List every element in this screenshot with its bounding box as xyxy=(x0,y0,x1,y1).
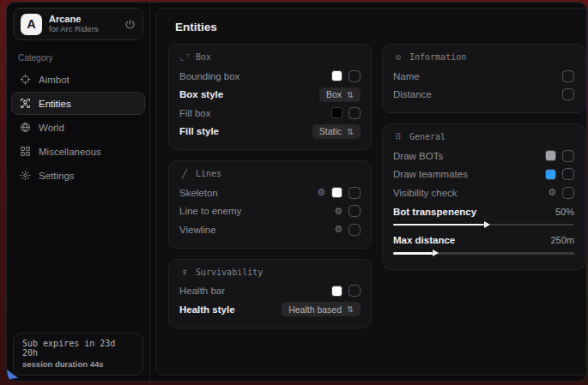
gear-icon[interactable]: ⚙ xyxy=(334,225,342,234)
slider-thumb[interactable] xyxy=(484,221,490,228)
category-label: Category xyxy=(18,53,149,63)
section-title: Lines xyxy=(196,169,221,178)
setting-row-distance: Distance xyxy=(393,86,574,105)
setting-row-skeleton: Skeleton ⚙ xyxy=(179,183,361,202)
brackets-icon: ⌞⌝ xyxy=(179,52,190,62)
info-icon: ⊙ xyxy=(393,52,403,62)
slider-thumb[interactable] xyxy=(433,250,439,256)
color-swatch[interactable] xyxy=(331,70,342,81)
brand-title: Arcane xyxy=(49,14,118,25)
setting-row-fill-style: Fill style Static ⇅ xyxy=(179,123,361,141)
sidebar-item-label: Aimbot xyxy=(39,75,70,85)
globe-icon xyxy=(19,122,31,133)
power-icon[interactable] xyxy=(124,19,136,30)
sidebar-item-miscellaneous[interactable]: Miscellaneous xyxy=(11,140,145,163)
setting-row-name: Name xyxy=(393,67,574,86)
setting-label: Draw teammates xyxy=(393,169,468,179)
color-swatch[interactable] xyxy=(545,150,556,161)
updown-arrows-icon: ⇅ xyxy=(347,90,354,99)
checkbox[interactable] xyxy=(349,187,361,199)
slider-value: 250m xyxy=(550,235,574,245)
sidebar-item-entities[interactable]: Entities xyxy=(11,92,145,115)
setting-row-bot-transparency: Bot transpenency 50% xyxy=(393,203,574,226)
setting-label: Line to enemy xyxy=(179,206,241,216)
health-icon: ☤ xyxy=(179,268,190,277)
checkbox[interactable] xyxy=(562,187,574,199)
avatar: A xyxy=(21,14,42,35)
section-title: General xyxy=(409,132,446,141)
checkbox[interactable] xyxy=(349,205,361,217)
information-section: ⊙ Information Name Distance xyxy=(382,44,585,113)
setting-row-line-to-enemy: Line to enemy ⚙ xyxy=(179,202,361,221)
dropdown-value: Health based xyxy=(288,304,342,315)
setting-label: Health bar xyxy=(179,286,225,296)
checkbox[interactable] xyxy=(562,168,574,180)
box-style-dropdown[interactable]: Box ⇅ xyxy=(319,87,361,102)
box-section: ⌞⌝ Box Bounding box Box style Box xyxy=(168,44,372,150)
setting-row-box-style: Box style Box ⇅ xyxy=(179,86,361,105)
setting-row-draw-teammates: Draw teammates xyxy=(393,165,574,184)
bot-transparency-slider[interactable] xyxy=(393,224,574,226)
setting-label: Fill box xyxy=(179,108,210,118)
pencil-line-icon: ╱ xyxy=(179,169,190,178)
checkbox[interactable] xyxy=(349,224,361,236)
setting-row-fill-box: Fill box xyxy=(179,104,361,123)
setting-label: Visibility check xyxy=(393,188,458,198)
setting-label: Skeleton xyxy=(179,188,218,198)
gear-icon xyxy=(19,170,31,181)
gear-icon[interactable]: ⚙ xyxy=(317,188,325,197)
grid-dots-icon: ⠿ xyxy=(393,132,403,141)
color-swatch[interactable] xyxy=(331,107,342,118)
session-duration-text: session duration 44s xyxy=(22,359,134,369)
app-window: A Arcane for Arc Riders Category Aimbot xyxy=(6,2,587,382)
main-panel: Entities ⌞⌝ Box Bounding box xyxy=(155,8,587,376)
checkbox[interactable] xyxy=(562,70,574,82)
section-title: Box xyxy=(196,52,211,62)
sidebar-item-aimbot[interactable]: Aimbot xyxy=(11,68,145,91)
page-title: Entities xyxy=(175,21,585,33)
setting-row-visibility-check: Visibility check ⚙ xyxy=(393,183,574,202)
section-title: Survivability xyxy=(196,268,263,277)
general-section: ⠿ General Draw BOTs Draw teammates xyxy=(382,123,585,270)
setting-label: Bounding box xyxy=(179,71,239,81)
checkbox[interactable] xyxy=(349,285,361,297)
checkbox[interactable] xyxy=(562,150,574,162)
lines-section: ╱ Lines Skeleton ⚙ Line to enemy xyxy=(168,160,372,249)
max-distance-slider[interactable] xyxy=(393,252,574,255)
sidebar-item-world[interactable]: World xyxy=(11,116,145,139)
gear-icon[interactable]: ⚙ xyxy=(548,188,556,197)
checkbox[interactable] xyxy=(562,88,574,100)
setting-label: Box style xyxy=(179,89,223,99)
setting-label: Bot transpenency xyxy=(393,207,476,217)
setting-row-health-style: Health style Health based ⇅ xyxy=(179,300,361,319)
dropdown-value: Box xyxy=(326,89,342,99)
setting-label: Max distance xyxy=(393,235,455,245)
color-swatch[interactable] xyxy=(331,286,342,297)
setting-row-max-distance: Max distance 250m xyxy=(393,232,574,255)
setting-label: Name xyxy=(393,71,420,81)
fill-style-dropdown[interactable]: Static ⇅ xyxy=(312,124,361,139)
sidebar-item-label: Entities xyxy=(39,99,71,109)
crosshair-icon xyxy=(19,74,31,85)
color-swatch[interactable] xyxy=(331,187,342,198)
slider-value: 50% xyxy=(555,207,574,217)
sidebar-item-settings[interactable]: Settings xyxy=(11,164,145,187)
misc-grid-icon xyxy=(19,146,31,157)
setting-row-draw-bots: Draw BOTs xyxy=(393,147,574,165)
health-style-dropdown[interactable]: Health based ⇅ xyxy=(282,302,361,316)
checkbox[interactable] xyxy=(349,70,361,82)
sidebar-item-label: World xyxy=(39,123,64,133)
checkbox[interactable] xyxy=(349,107,361,119)
brand-card: A Arcane for Arc Riders xyxy=(13,8,143,40)
subscription-info-card: Sub expires in 23d 20h session duration … xyxy=(13,333,143,376)
setting-label: Distance xyxy=(393,89,432,99)
gear-icon[interactable]: ⚙ xyxy=(334,207,342,216)
setting-label: Health style xyxy=(179,304,235,315)
brand-subtitle: for Arc Riders xyxy=(49,25,118,34)
setting-label: Fill style xyxy=(179,126,219,136)
color-swatch[interactable] xyxy=(545,169,556,180)
sub-expiry-text: Sub expires in 23d 20h xyxy=(22,339,134,358)
updown-arrows-icon: ⇅ xyxy=(347,127,354,136)
setting-label: Viewline xyxy=(179,225,216,235)
updown-arrows-icon: ⇅ xyxy=(347,304,354,314)
